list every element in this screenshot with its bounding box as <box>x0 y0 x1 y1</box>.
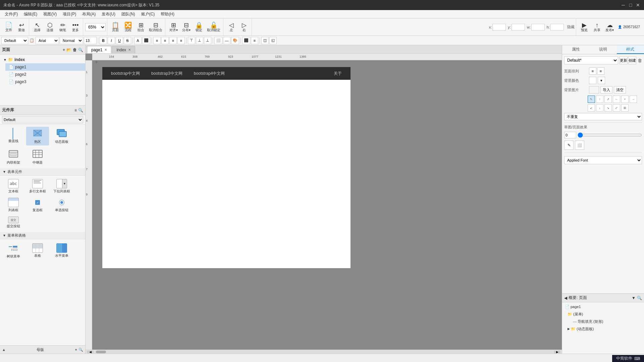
tab-notes[interactable]: 说明 <box>589 45 616 54</box>
page-item-page3[interactable]: 📄 page3 <box>5 78 85 85</box>
style-update-btn[interactable]: 更新 <box>620 56 628 64</box>
font-select[interactable]: Arial <box>36 37 59 44</box>
outline-search-icon[interactable]: 🔍 <box>637 296 642 300</box>
weight-select[interactable]: Normal Bold <box>60 37 83 44</box>
share-button[interactable]: ↑ 共享 <box>591 20 603 35</box>
valign-mid-button[interactable]: ⊥ <box>196 37 203 44</box>
repeat-select[interactable]: 不重复 水平重复 垂直重复 全部重复 <box>564 113 642 120</box>
widget-submit[interactable]: 提交 提交按钮 <box>2 215 25 230</box>
menu-account[interactable]: 账户(C) <box>139 11 158 18</box>
border-button[interactable]: ⬜ <box>214 37 222 44</box>
applied-font-select[interactable]: Applied Font <box>564 156 642 164</box>
page-folder-icon[interactable]: 📂 <box>66 48 71 52</box>
outline-item-dynamic[interactable]: ▶ 📁 (动态面板) <box>568 325 644 333</box>
tile-bot-btn[interactable]: ↓ <box>596 104 603 112</box>
align-center-button[interactable]: ≡ <box>161 37 169 44</box>
widget-hotspot[interactable]: 热区 <box>26 127 49 145</box>
style-create-btn[interactable]: 创建 <box>628 56 636 64</box>
widgets-search-icon[interactable]: 🔍 <box>78 108 83 113</box>
tab-index-close[interactable]: ✕ <box>128 48 131 52</box>
connect-button[interactable]: ⬡ 连接 <box>44 20 56 35</box>
tab-page1-close[interactable]: ✕ <box>104 48 107 52</box>
outline-back-icon[interactable]: ◀ <box>564 296 567 300</box>
scroll-left-btn[interactable]: ◀ <box>87 351 94 353</box>
effect-sketch-btn[interactable]: ✎ <box>564 140 574 150</box>
close-btn[interactable]: ✕ <box>635 2 641 8</box>
fill-style-button[interactable]: ≡ <box>251 37 258 44</box>
bg-image-import-btn[interactable]: 导入 <box>600 86 612 94</box>
border-style-button[interactable]: — <box>223 37 230 44</box>
widgets-menu-icon[interactable]: ≡ <box>74 108 77 113</box>
maximize-btn[interactable]: □ <box>628 2 633 8</box>
tile-topleft-btn[interactable]: ↖ <box>588 96 595 103</box>
nav-item-bootstrap[interactable]: bootstrap中文网 <box>106 69 145 78</box>
tile-botleft-btn[interactable]: ↙ <box>588 104 595 112</box>
tab-page1[interactable]: page1 ✕ <box>87 46 111 53</box>
layout-left-btn[interactable]: ≡ <box>589 67 596 75</box>
zoom-select[interactable]: 65% 100% 150% 200% <box>85 23 106 31</box>
tile-stretch-btn[interactable]: ⤢ <box>613 104 620 112</box>
menu-team[interactable]: 团队(N) <box>119 11 138 18</box>
menu-project[interactable]: 项目(P) <box>60 11 79 18</box>
ungroup-button[interactable]: ⊟ 取消组合 <box>148 20 164 35</box>
effect-frame-btn[interactable]: ⬜ <box>575 140 584 150</box>
left-add-icon[interactable]: + <box>75 348 77 352</box>
menu-file[interactable]: 文件(F) <box>2 11 20 18</box>
group-button[interactable]: ⊞ 组合 <box>135 20 147 35</box>
menu-publish[interactable]: 发布(U) <box>99 11 118 18</box>
italic-button[interactable]: I <box>108 37 115 44</box>
shadow-button[interactable]: ◫ <box>261 37 269 44</box>
page-item-index-root[interactable]: ▼ 📁 index <box>0 56 85 63</box>
nav-item-bootstrap4[interactable]: bootstrap4中文网 <box>189 69 230 78</box>
widget-inline-frame[interactable]: 内联框架 <box>2 147 25 166</box>
tile-top-btn[interactable]: ↑ <box>596 96 603 103</box>
page-add-icon[interactable]: + <box>63 48 65 52</box>
new-button[interactable]: 📄 文件 <box>3 20 15 35</box>
align-justify-button[interactable]: ≡ <box>177 37 185 44</box>
w-input[interactable] <box>531 24 545 31</box>
lock-button[interactable]: 🔒 锁定 <box>193 20 205 35</box>
widget-dropdown-list[interactable]: ▼ 下拉列表框 <box>50 178 73 195</box>
tile-right-btn[interactable]: → <box>630 96 637 103</box>
fill-button[interactable]: ⬛ <box>242 37 250 44</box>
effect-value-input[interactable] <box>564 132 576 138</box>
bold-button[interactable]: B <box>100 37 107 44</box>
scroll-track-h[interactable] <box>94 351 553 353</box>
widget-dynamic-panel[interactable]: 动态面板 <box>50 127 73 145</box>
align-button[interactable]: ⊞ 对齐▾ <box>167 20 179 35</box>
widget-listbox[interactable]: 列表框 <box>2 196 25 214</box>
widget-relay[interactable]: 中继器 <box>26 147 49 166</box>
canvas-scrollbar-h[interactable]: ◀ ▶ <box>86 350 562 354</box>
pages-button[interactable]: 📋 页面 <box>109 20 121 35</box>
underline-button[interactable]: U <box>116 37 123 44</box>
left-search-icon2[interactable]: 🔍 <box>78 348 83 352</box>
minimize-btn[interactable]: ─ <box>621 2 626 8</box>
tab-style[interactable]: 样式 <box>617 45 644 54</box>
style-select[interactable]: Default <box>1 37 28 44</box>
widget-tree[interactable]: 树状菜单 <box>2 241 25 260</box>
y-input[interactable] <box>512 24 525 31</box>
outline-filter-icon[interactable]: ▼ <box>632 296 636 300</box>
tab-index[interactable]: index ✕ <box>112 46 135 53</box>
page-item-page2[interactable]: 📄 page2 <box>5 71 85 78</box>
select-button[interactable]: ↖ 选择 <box>31 20 43 35</box>
highlight-button[interactable]: ⬛ <box>142 37 150 44</box>
font-size-input[interactable] <box>84 37 97 44</box>
tile-tile-btn[interactable]: ⊞ <box>621 104 629 112</box>
tile-botright-btn[interactable]: ↘ <box>604 104 612 112</box>
strikethrough-button[interactable]: S <box>124 37 131 44</box>
page-search-icon[interactable]: 🔍 <box>78 48 83 52</box>
x-input[interactable] <box>492 24 506 31</box>
style-delete-icon[interactable]: 🗑 <box>638 58 642 63</box>
corner-button[interactable]: ◱ <box>269 37 277 44</box>
border-color-button[interactable]: 🎨 <box>231 37 239 44</box>
pen-button[interactable]: ✏ 钢笔 <box>57 20 69 35</box>
nav-item-about[interactable]: 关于 <box>328 69 347 78</box>
canvas-viewport[interactable]: 154 308 462 615 769 923 1077 1231 1385 1… <box>86 54 562 350</box>
section-form[interactable]: ▼ 表单元件 <box>0 168 85 176</box>
publish-button[interactable]: ☁ 发布▾ <box>604 20 616 35</box>
valign-bot-button[interactable]: ⊥ <box>204 37 211 44</box>
align-right-button[interactable]: ≡ <box>169 37 177 44</box>
effect-slider[interactable] <box>578 132 642 138</box>
menu-edit[interactable]: 编辑(E) <box>21 11 40 18</box>
